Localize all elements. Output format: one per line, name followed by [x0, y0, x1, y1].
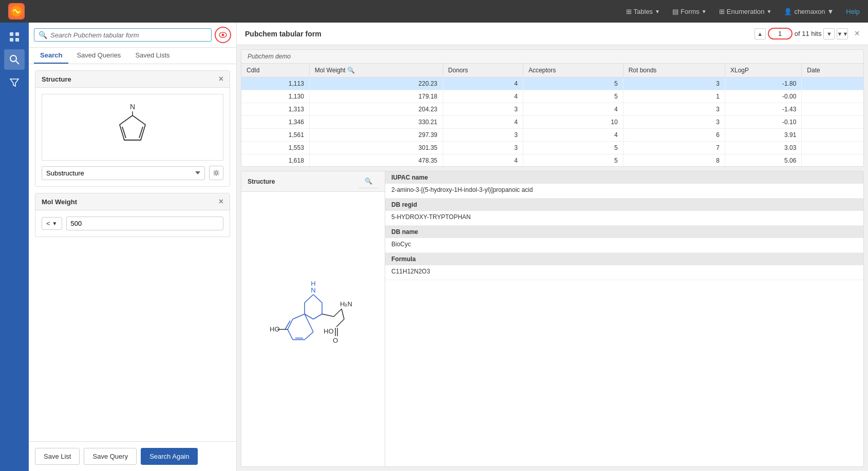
mol-weight-operator-select[interactable]: < ▼	[42, 217, 62, 230]
svg-rect-4	[15, 38, 19, 42]
search-input[interactable]	[50, 31, 207, 39]
cell-cdid: 1,346	[241, 116, 309, 129]
cell-donors: 3	[443, 142, 523, 154]
detail-section: Structure 🔍 H N	[241, 171, 864, 467]
cell-mol-weight: 330.21	[309, 116, 443, 129]
svg-text:O: O	[332, 337, 337, 344]
col-acceptors: Acceptors	[523, 64, 623, 77]
top-navigation: ⊞ Tables ▼ ▤ Forms ▼ ⊞ Enumeration ▼ 👤 c…	[0, 0, 868, 23]
svg-line-33	[322, 314, 334, 317]
cell-mol-weight: 204.23	[309, 103, 443, 116]
table-row[interactable]: 1,561 297.39 3 4 6 3.91	[241, 129, 863, 142]
close-content-button[interactable]: ×	[854, 28, 860, 39]
svg-point-5	[10, 55, 16, 62]
tab-search[interactable]: Search	[34, 48, 68, 64]
enumeration-chevron-icon: ▼	[766, 9, 771, 14]
cell-acceptors: 10	[523, 116, 623, 129]
save-list-button[interactable]: Save List	[35, 448, 80, 465]
col-donors: Donors	[443, 64, 523, 77]
table-row[interactable]: 1,553 301.35 3 5 7 3.03	[241, 142, 863, 154]
structure-drawing-area[interactable]: N	[42, 94, 223, 161]
table-row[interactable]: 1,130 179.18 4 5 1 -0.00	[241, 90, 863, 103]
pagination-last-button[interactable]: ▼▼	[837, 28, 848, 40]
results-table-section: Pubchem demo CdId Mol Weight 🔍 Donors Ac…	[241, 49, 864, 167]
detail-structure-label: Structure	[248, 178, 275, 185]
user-menu[interactable]: 👤 chemaxon ▼	[784, 8, 834, 15]
cell-donors: 3	[443, 103, 523, 116]
enumeration-menu[interactable]: ⊞ Enumeration ▼	[719, 8, 772, 15]
forms-menu[interactable]: ▤ Forms ▼	[672, 8, 707, 15]
search-input-wrap: 🔍	[34, 28, 212, 42]
save-query-button[interactable]: Save Query	[84, 448, 137, 465]
tables-menu[interactable]: ⊞ Tables ▼	[626, 8, 660, 15]
detail-structure-panel: Structure 🔍 H N	[241, 171, 385, 466]
main-layout: 🔍 Search Saved Queries Saved Lists Struc…	[0, 23, 868, 471]
sidebar-item-search[interactable]	[4, 49, 25, 70]
app-logo[interactable]	[8, 3, 25, 19]
structure-filter-title: Structure	[42, 75, 71, 83]
tab-saved-lists[interactable]: Saved Lists	[129, 48, 176, 64]
search-again-button[interactable]: Search Again	[141, 448, 198, 465]
mol-weight-value-input[interactable]	[66, 217, 224, 230]
sidebar-item-apps[interactable]	[4, 27, 25, 47]
db-name-row: DB name BioCyc	[385, 226, 863, 253]
cell-xlogp: 3.91	[725, 129, 801, 142]
cell-mol-weight: 478.35	[309, 154, 443, 167]
formula-label: Formula	[385, 253, 863, 265]
structure-filter-close[interactable]: ×	[219, 75, 223, 83]
svg-line-36	[342, 309, 344, 319]
eye-button[interactable]	[215, 27, 231, 43]
table-row[interactable]: 1,346 330.21 4 10 3 -0.10	[241, 116, 863, 129]
mol-weight-search-icon[interactable]: 🔍	[347, 67, 355, 74]
svg-line-17	[305, 295, 313, 303]
col-cdid: CdId	[241, 64, 309, 77]
pagination-down-button[interactable]: ▼	[823, 28, 835, 40]
help-link[interactable]: Help	[846, 8, 860, 15]
table-row[interactable]: 1,313 204.23 3 4 3 -1.43	[241, 103, 863, 116]
structure-filter-body: N	[35, 88, 230, 186]
operator-chevron-icon: ▼	[52, 221, 58, 226]
tab-saved-queries[interactable]: Saved Queries	[70, 48, 127, 64]
cell-donors: 4	[443, 90, 523, 103]
search-type-select[interactable]: Substructure Exact Similarity	[42, 166, 205, 180]
user-icon: 👤	[784, 8, 792, 15]
table-scroll-area[interactable]: CdId Mol Weight 🔍 Donors Acceptors Rot b…	[241, 64, 863, 166]
cell-xlogp: -0.00	[725, 90, 801, 103]
cell-rot-bonds: 6	[623, 129, 725, 142]
pagination-total: of 11 hits	[795, 30, 822, 37]
cell-cdid: 1,561	[241, 129, 309, 142]
cell-date	[802, 129, 863, 142]
col-mol-weight: Mol Weight 🔍	[309, 64, 443, 77]
svg-line-18	[313, 295, 322, 303]
svg-line-22	[313, 314, 322, 319]
cell-cdid: 1,618	[241, 154, 309, 167]
svg-text:H₂N: H₂N	[340, 300, 352, 308]
svg-text:N: N	[311, 286, 315, 294]
pagination-input[interactable]	[768, 28, 792, 40]
svg-text:HO: HO	[270, 325, 280, 333]
cell-mol-weight: 301.35	[309, 142, 443, 154]
cell-date	[802, 154, 863, 167]
cell-xlogp: -0.10	[725, 116, 801, 129]
mol-weight-filter-close[interactable]: ×	[219, 198, 223, 206]
cell-xlogp: -1.80	[725, 77, 801, 90]
structure-settings-button[interactable]	[209, 166, 223, 180]
structure-filter-header: Structure ×	[35, 71, 230, 88]
table-header-row: CdId Mol Weight 🔍 Donors Acceptors Rot b…	[241, 64, 863, 77]
detail-structure-search-icon[interactable]: 🔍	[358, 174, 379, 188]
cell-acceptors: 5	[523, 90, 623, 103]
iupac-label: IUPAC name	[385, 171, 863, 184]
cell-xlogp: 5.06	[725, 154, 801, 167]
svg-rect-1	[10, 32, 13, 36]
sidebar-item-filter[interactable]	[4, 72, 25, 92]
svg-point-14	[215, 172, 218, 174]
mol-weight-filter-header: Mol Weight ×	[35, 193, 230, 210]
pyrrole-structure-svg: N	[102, 99, 163, 155]
svg-line-27	[305, 332, 313, 340]
table-row[interactable]: 1,618 478.35 4 5 8 5.06	[241, 154, 863, 167]
content-body: Pubchem demo CdId Mol Weight 🔍 Donors Ac…	[237, 45, 868, 471]
cell-acceptors: 5	[523, 154, 623, 167]
table-row[interactable]: 1,113 220.23 4 5 3 -1.80	[241, 77, 863, 90]
detail-structure-header: Structure 🔍	[241, 171, 385, 192]
pagination-up-button[interactable]: ▲	[754, 28, 766, 40]
